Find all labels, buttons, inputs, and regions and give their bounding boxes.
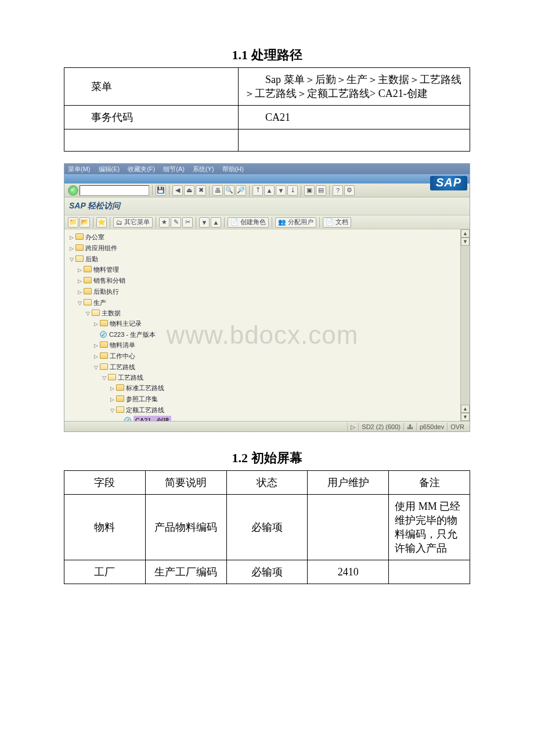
tree-node[interactable]: ▷后勤执行 (77, 286, 457, 297)
command-field[interactable] (80, 185, 149, 196)
expand-triangle-icon[interactable]: ▷ (77, 265, 82, 275)
prev-page-icon[interactable]: ▲ (264, 185, 275, 196)
menu-item[interactable]: 细节(A) (163, 165, 185, 174)
layout-icon[interactable]: ⚙ (344, 185, 355, 196)
scroll-down2-icon[interactable]: ▼ (461, 413, 470, 421)
tree-node[interactable]: ▽主数据▷物料主记录C223 - 生产版本▷物料清单▷工作中心▽工艺路线▽工艺路… (85, 308, 457, 421)
cell: 产品物料编码 (145, 495, 226, 560)
sap-menu-tree[interactable]: ▷办公室▷跨应用组件▽后勤▷物料管理▷销售和分销▷后勤执行▽生产▽主数据▷物料主… (64, 229, 460, 421)
scroll-up2-icon[interactable]: ▲ (461, 405, 470, 413)
new-session-icon[interactable]: ▣ (304, 185, 315, 196)
tree-node-label: 物料清单 (110, 341, 135, 348)
documentation-button[interactable]: 📄 文档 (323, 217, 351, 228)
tree-node[interactable]: CA21 - 创建 (118, 415, 457, 421)
expand-triangle-icon[interactable]: ▷ (110, 384, 115, 393)
tree-node[interactable]: ▽生产▽主数据▷物料主记录C223 - 生产版本▷物料清单▷工作中心▽工艺路线▽… (77, 297, 457, 421)
tree-node[interactable]: ▷办公室 (69, 232, 457, 243)
tree-scrollbar[interactable]: ▲ ▼ ▲ ▼ (460, 229, 470, 421)
expand-triangle-icon[interactable]: ▽ (85, 309, 91, 318)
assign-user-button[interactable]: 👥 分配用户 (275, 217, 316, 228)
folder-icon (84, 277, 92, 283)
tree-node-label: 工作中心 (110, 352, 135, 359)
expand-triangle-icon[interactable]: ▷ (110, 395, 115, 404)
tree-node[interactable]: ▽工艺路线▷标准工艺路线▷参照工序集▽定额工艺路线CA21 - 创建CA22 -… (102, 372, 457, 421)
favorites-icon[interactable]: ⭐ (96, 217, 107, 228)
sap-logo: SAP (430, 176, 467, 190)
tree-node[interactable]: ▷物料主记录 (93, 318, 457, 329)
folder-icon (100, 320, 108, 326)
expand-triangle-icon[interactable]: ▷ (69, 244, 74, 253)
next-page-icon[interactable]: ▼ (276, 185, 286, 196)
tree-node[interactable]: ▽工艺路线▽工艺路线▷标准工艺路线▷参照工序集▽定额工艺路线CA21 - 创建C… (93, 362, 457, 421)
menu-item[interactable]: 系统(Y) (193, 165, 214, 174)
find-icon[interactable]: 🔍 (224, 185, 234, 196)
tree-node[interactable]: ▷工作中心 (93, 351, 457, 362)
tree-node-label: 办公室 (85, 233, 104, 240)
menu-item[interactable]: 收藏夹(F) (128, 165, 155, 174)
tree-node-label: 定额工艺路线 (126, 406, 164, 413)
folder-open-icon (75, 255, 84, 262)
th-status: 状态 (226, 471, 308, 495)
th-user: 用户维护 (308, 471, 389, 495)
fav-add-icon[interactable]: ★ (159, 217, 169, 228)
menu-item[interactable]: 帮助(H) (222, 165, 244, 174)
shortcut-icon[interactable]: ▤ (316, 185, 326, 196)
tree-node[interactable]: ▽定额工艺路线CA21 - 创建CA22 - 更改CA23 - 显示 (110, 405, 457, 421)
save-icon[interactable]: 💾 (156, 185, 166, 196)
tree-node[interactable]: ▷参照工序集 (110, 394, 457, 405)
sap-gui-window: 菜单(M) 编辑(E) 收藏夹(F) 细节(A) 系统(Y) 帮助(H) SAP… (64, 163, 470, 432)
expand-triangle-icon[interactable]: ▷ (93, 319, 99, 329)
tree-node-label: 主数据 (102, 309, 121, 316)
tree-node[interactable]: ▷销售和分销 (77, 275, 457, 286)
tree-node[interactable]: C223 - 生产版本 (93, 329, 457, 340)
fav-del-icon[interactable]: ✎ (171, 217, 181, 228)
menu-item[interactable]: 编辑(E) (99, 165, 120, 174)
expand-triangle-icon[interactable]: ▷ (93, 352, 99, 361)
nav-fav-icon[interactable]: 📂 (80, 217, 90, 228)
folder-open-icon (108, 374, 116, 380)
tree-node[interactable]: ▷跨应用组件 (69, 243, 457, 254)
menu-item[interactable]: 菜单(M) (68, 165, 91, 174)
print-icon[interactable]: 🖶 (212, 185, 223, 196)
expand-triangle-icon[interactable]: ▷ (77, 276, 82, 286)
expand-triangle-icon[interactable]: ▷ (93, 341, 99, 350)
nav-up-icon[interactable]: 📁 (68, 217, 78, 228)
expand-triangle-icon[interactable]: ▷ (77, 287, 82, 297)
last-page-icon[interactable]: ⤓ (287, 185, 298, 196)
find-next-icon[interactable]: 🔎 (236, 185, 246, 196)
create-role-button[interactable]: 📄 创建角色 (228, 217, 269, 228)
expand-triangle-icon[interactable]: ▽ (102, 373, 107, 383)
expand-triangle-icon[interactable]: ▽ (69, 255, 74, 264)
status-arrow: ▷ (347, 423, 358, 431)
tree-node-label: 后勤执行 (93, 288, 119, 295)
expand-triangle-icon[interactable]: ▷ (69, 233, 74, 242)
folder-icon (100, 352, 108, 359)
back-icon[interactable]: ◀ (172, 185, 183, 196)
first-page-icon[interactable]: ⤒ (252, 185, 263, 196)
expand-triangle-icon[interactable]: ▽ (77, 298, 82, 308)
move-up-icon[interactable]: ▲ (211, 217, 221, 228)
tree-node[interactable]: ▷标准工艺路线 (110, 383, 457, 394)
row-empty-value (239, 129, 470, 152)
other-menu-button[interactable]: 🗂 其它菜单 (113, 217, 153, 228)
cancel-icon[interactable]: ✖ (196, 185, 206, 196)
scroll-up-icon[interactable]: ▲ (461, 229, 470, 237)
expand-triangle-icon[interactable]: ▽ (93, 363, 99, 372)
tree-node-label: 后勤 (85, 255, 98, 262)
tree-node[interactable]: ▷物料清单 (93, 340, 457, 351)
fav-change-icon[interactable]: ✂ (182, 217, 193, 228)
tree-node[interactable]: ▷物料管理 (77, 264, 457, 275)
transaction-icon (100, 331, 107, 338)
transaction-icon (124, 417, 131, 421)
tree-node-label: 参照工序集 (126, 395, 158, 402)
enter-icon[interactable] (68, 185, 78, 196)
row-menu-label: 菜单 (64, 68, 239, 106)
expand-triangle-icon[interactable]: ▽ (110, 406, 115, 415)
scroll-down-icon[interactable]: ▼ (461, 237, 470, 246)
table-row: 工厂 生产工厂编码 必输项 2410 (64, 560, 470, 584)
help-icon[interactable]: ? (333, 185, 343, 196)
move-down-icon[interactable]: ▼ (199, 217, 210, 228)
cell: 2410 (308, 560, 389, 584)
exit-icon[interactable]: ⏏ (184, 185, 194, 196)
tree-node[interactable]: ▽后勤▷物料管理▷销售和分销▷后勤执行▽生产▽主数据▷物料主记录C223 - 生… (69, 254, 457, 421)
